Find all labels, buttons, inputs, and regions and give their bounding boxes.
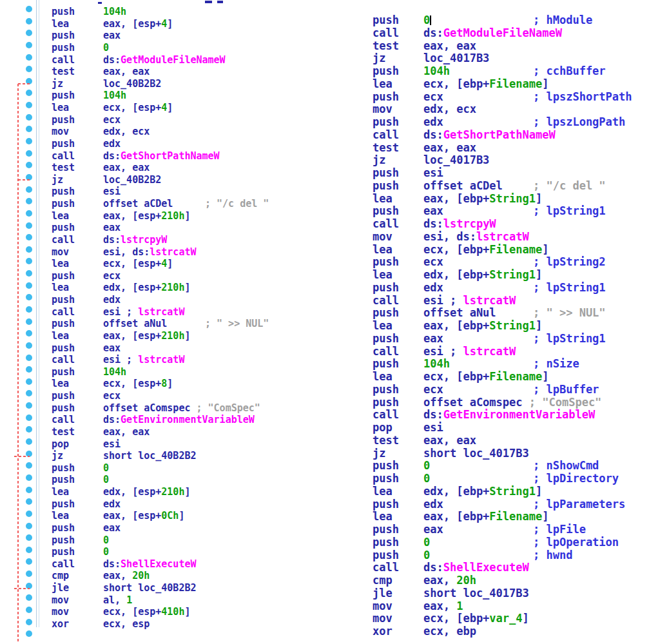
asm-line[interactable]: callds:lstrcpyW xyxy=(373,218,601,231)
asm-line[interactable]: push104h xyxy=(52,366,260,378)
address-dot[interactable] xyxy=(26,246,32,253)
asm-line[interactable]: pushoffset aNul; " >> NUL" xyxy=(373,307,601,320)
address-dot[interactable] xyxy=(26,366,32,373)
address-dot[interactable] xyxy=(26,462,32,469)
asm-line[interactable]: push0; lpDirectory xyxy=(373,473,601,485)
address-dot[interactable] xyxy=(26,150,32,157)
asm-line[interactable]: leaedx, [esp+210h] xyxy=(52,486,260,498)
asm-line[interactable]: callds:GetModuleFileNameW xyxy=(373,27,601,40)
address-dot[interactable] xyxy=(26,547,32,553)
asm-line[interactable]: pushoffset aComspec ; "ComSpec" xyxy=(52,402,260,415)
asm-line[interactable]: leaeax, [esp+4] xyxy=(52,18,260,30)
address-dot[interactable] xyxy=(26,90,32,96)
asm-line[interactable]: pushecx; lpBuffer xyxy=(373,384,601,396)
address-dot[interactable] xyxy=(26,607,32,613)
asm-line[interactable]: leaeax, [esp+210h] xyxy=(52,330,260,342)
asm-line[interactable]: testeax, eax xyxy=(52,426,260,438)
asm-line[interactable]: jzloc_4017B3 xyxy=(373,154,601,167)
asm-line[interactable]: callesi ; lstrcatW xyxy=(373,346,601,358)
asm-line[interactable]: push0; lpOperation xyxy=(373,536,601,549)
asm-line[interactable]: pusheax; lpString1 xyxy=(373,205,601,218)
asm-line[interactable]: callds:lstrcpyW xyxy=(52,234,260,246)
address-dot[interactable] xyxy=(26,594,32,601)
asm-line[interactable]: callds:GetShortPathNameW xyxy=(52,150,260,162)
asm-line[interactable]: callesi ; lstrcatW xyxy=(52,354,260,366)
asm-line[interactable]: movesi, ds:lstrcatW xyxy=(373,231,601,244)
asm-line[interactable]: pusheax xyxy=(52,522,260,534)
address-dot[interactable] xyxy=(26,186,32,193)
asm-line[interactable]: testeax, eax xyxy=(52,162,260,174)
asm-line[interactable]: push0; hwnd xyxy=(373,549,601,562)
asm-line[interactable]: leaeax, [esp+210h] xyxy=(52,210,260,222)
address-dot[interactable] xyxy=(26,474,32,481)
asm-line[interactable]: jzloc_40B2B2 xyxy=(52,174,260,186)
asm-line[interactable]: pushedx; lpszLongPath xyxy=(373,116,601,129)
asm-line[interactable]: jleshort loc_40B2B2 xyxy=(52,582,260,594)
asm-line[interactable]: leaeax, [ebp+Filename] xyxy=(373,511,601,523)
address-dot[interactable] xyxy=(26,6,32,12)
asm-line[interactable]: jleshort loc_4017B3 xyxy=(373,587,601,600)
asm-line[interactable]: pushecx xyxy=(52,114,260,126)
asm-line[interactable]: pushedx xyxy=(52,138,260,150)
address-dot[interactable] xyxy=(26,162,32,168)
asm-line[interactable]: pushecx xyxy=(52,270,260,282)
asm-line[interactable]: pusheax xyxy=(52,342,260,355)
asm-line[interactable]: push104h xyxy=(52,6,260,18)
asm-line[interactable]: jzloc_40B2B2 xyxy=(52,78,260,90)
asm-line[interactable]: testeax, eax xyxy=(373,434,601,447)
asm-line[interactable]: push0; nShowCmd xyxy=(373,460,601,473)
address-dot[interactable] xyxy=(26,318,32,325)
asm-line[interactable]: pushedx xyxy=(52,498,260,511)
asm-line[interactable]: push0 xyxy=(52,534,260,547)
asm-line[interactable]: pushoffset aCDel; "/c del " xyxy=(52,198,260,210)
address-dot[interactable] xyxy=(26,66,32,72)
asm-line[interactable]: push0 xyxy=(52,546,260,558)
address-dot[interactable] xyxy=(26,378,32,385)
asm-line[interactable]: leaecx, [esp+8] xyxy=(52,378,260,390)
asm-line[interactable]: xorecx, ebp xyxy=(373,625,601,638)
asm-line[interactable]: testeax, eax xyxy=(52,66,260,78)
address-dot[interactable] xyxy=(26,126,32,132)
asm-line[interactable]: pushedx; lpString1 xyxy=(373,282,601,295)
asm-line[interactable]: leaedx, [ebp+String1] xyxy=(373,269,601,282)
asm-line[interactable]: moval, 1 xyxy=(52,594,260,607)
address-dot[interactable] xyxy=(26,390,32,396)
asm-line[interactable]: leaecx, [esp+4] xyxy=(52,258,260,270)
asm-line[interactable]: leaecx, [ebp+Filename] xyxy=(373,78,601,91)
asm-line[interactable]: pushesi xyxy=(52,186,260,198)
asm-line[interactable]: pushesi xyxy=(373,167,601,180)
asm-line[interactable]: cmpeax, 20h xyxy=(52,570,260,582)
address-dot[interactable] xyxy=(26,426,32,433)
asm-line[interactable]: callesi ; lstrcatW xyxy=(373,295,601,307)
address-dot[interactable] xyxy=(26,102,32,108)
asm-line[interactable]: callds:GetModuleFileNameW xyxy=(52,54,260,66)
asm-line[interactable]: movecx, [ebp+var_4] xyxy=(373,612,601,625)
asm-line[interactable]: push104h xyxy=(52,90,260,102)
address-dot[interactable] xyxy=(26,198,32,204)
asm-line[interactable]: movedx, ecx xyxy=(52,126,260,138)
asm-line[interactable]: push0; hModule xyxy=(373,14,601,27)
asm-line[interactable]: pusheax; lpFile xyxy=(373,523,601,536)
address-dot[interactable] xyxy=(26,270,32,277)
address-dot[interactable] xyxy=(26,30,32,36)
asm-line[interactable]: leaedx, [ebp+String1] xyxy=(373,485,601,498)
asm-line[interactable]: pusheax; lpString1 xyxy=(373,333,601,346)
address-dot[interactable] xyxy=(26,294,32,300)
address-dot[interactable] xyxy=(26,534,32,541)
asm-line[interactable]: pushoffset aComspec ; "ComSpec" xyxy=(373,396,601,409)
asm-line[interactable]: movedx, ecx xyxy=(373,103,601,116)
asm-line[interactable]: push104h; nSize xyxy=(373,358,601,371)
asm-line[interactable]: pushecx; lpString2 xyxy=(373,256,601,269)
address-dot[interactable] xyxy=(26,402,32,409)
asm-line[interactable]: leaedx, [esp+210h] xyxy=(52,282,260,294)
address-dot[interactable] xyxy=(26,306,32,313)
address-dot[interactable] xyxy=(26,54,32,61)
address-dot[interactable] xyxy=(26,415,32,421)
asm-line[interactable]: callesi ; lstrcatW xyxy=(52,306,260,318)
address-dot[interactable] xyxy=(26,342,32,349)
address-dot[interactable] xyxy=(26,42,32,48)
address-dot[interactable] xyxy=(26,511,32,517)
asm-line[interactable]: movesi, ds:lstrcatW xyxy=(52,246,260,259)
asm-line[interactable]: callds:GetEnvironmentVariableW xyxy=(52,414,260,426)
asm-line[interactable]: movecx, [esp+410h] xyxy=(52,606,260,618)
